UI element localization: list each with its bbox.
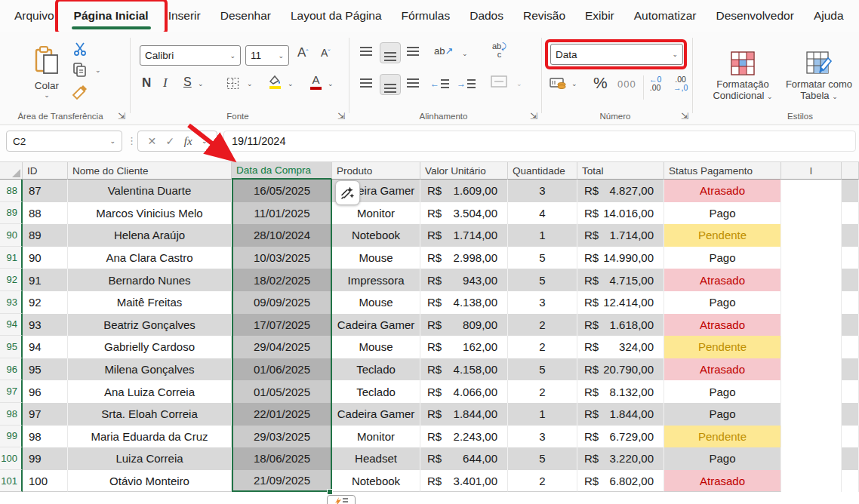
- cell-client-name[interactable]: Ana Luiza Correia: [68, 380, 232, 403]
- alignment-dialog-launcher-icon[interactable]: ⇲: [530, 111, 537, 121]
- align-left-button[interactable]: [360, 78, 372, 88]
- cell-payment-status[interactable]: Pendente: [664, 336, 781, 358]
- cell-column-i[interactable]: [781, 470, 842, 493]
- cell-payment-status[interactable]: Pago: [664, 291, 781, 314]
- cell-payment-status[interactable]: Pago: [664, 447, 781, 470]
- align-center-button[interactable]: [380, 74, 401, 95]
- ribbon-tab-desenhar[interactable]: Desenhar: [211, 2, 281, 30]
- cell-column-i[interactable]: [781, 426, 842, 448]
- cell-payment-status[interactable]: Atrasado: [664, 269, 781, 291]
- column-header-status-pagamento[interactable]: Status Pagamento: [664, 162, 781, 180]
- ribbon-tab-automatizar[interactable]: Automatizar: [624, 2, 707, 30]
- cell-client-name[interactable]: Helena Araújo: [68, 224, 232, 247]
- font-name-combobox[interactable]: Calibri⌄: [140, 45, 241, 66]
- align-right-button[interactable]: [407, 78, 419, 88]
- cell-client-name[interactable]: Milena Gonçalves: [68, 358, 232, 381]
- cell-quantity[interactable]: 2: [508, 314, 577, 337]
- cell-id[interactable]: 95: [23, 358, 68, 381]
- cell-purchase-date[interactable]: 21/09/2025: [232, 470, 332, 493]
- cell-payment-status[interactable]: Pago: [664, 202, 781, 225]
- column-header-nome-do-cliente[interactable]: Nome do Cliente: [68, 162, 232, 180]
- cell-client-name[interactable]: Maria Eduarda da Cruz: [68, 426, 232, 448]
- cell-purchase-date[interactable]: 11/01/2025: [232, 202, 332, 225]
- cell-column-i[interactable]: [781, 269, 842, 291]
- cell-column-i[interactable]: [781, 403, 842, 426]
- borders-button[interactable]: [226, 77, 239, 90]
- fill-color-dropdown-chevron[interactable]: ⌄: [288, 80, 294, 88]
- underline-button[interactable]: S: [183, 75, 192, 89]
- font-dialog-launcher-icon[interactable]: ⇲: [337, 111, 345, 121]
- cell-purchase-date[interactable]: 18/06/2025: [232, 447, 332, 470]
- cell-quantity[interactable]: 5: [508, 247, 577, 269]
- cell-client-name[interactable]: Luiza Correia: [68, 447, 232, 470]
- cell-unit-price[interactable]: R$3.504,00: [420, 202, 508, 225]
- cell-product[interactable]: Cadeira Gamer: [332, 403, 420, 426]
- percent-style-button[interactable]: %: [593, 74, 608, 92]
- cell-quantity[interactable]: 1: [508, 403, 577, 426]
- row-header[interactable]: 101: [0, 470, 23, 493]
- row-header[interactable]: 97: [0, 380, 23, 403]
- cell-id[interactable]: 99: [23, 447, 68, 470]
- cell-quantity[interactable]: 4: [508, 202, 577, 225]
- cell-purchase-date[interactable]: 29/03/2025: [232, 426, 332, 448]
- cell-column-i[interactable]: [781, 380, 842, 403]
- row-header[interactable]: 98: [0, 403, 23, 426]
- cell-column-i[interactable]: [781, 447, 842, 470]
- quick-analysis-button[interactable]: [335, 180, 360, 205]
- column-header-produto[interactable]: Produto: [332, 162, 420, 180]
- row-header[interactable]: 99: [0, 426, 23, 448]
- ribbon-tab-ajuda[interactable]: Ajuda: [804, 2, 854, 30]
- cell-purchase-date[interactable]: 28/10/2024: [232, 224, 332, 247]
- cell-quantity[interactable]: 3: [508, 291, 577, 314]
- cell-quantity[interactable]: 5: [508, 447, 577, 470]
- merge-dropdown-chevron[interactable]: ⌄: [516, 80, 522, 88]
- column-header-data-da-compra[interactable]: Data da Compra: [232, 162, 332, 180]
- ribbon-tab-arquivo[interactable]: Arquivo: [5, 2, 64, 30]
- format-as-table-button[interactable]: Formatar como Tabela ⌄: [781, 41, 857, 110]
- cell-id[interactable]: 89: [23, 224, 68, 247]
- cell-client-name[interactable]: Marcos Vinicius Melo: [68, 202, 232, 225]
- cell-quantity[interactable]: 2: [508, 470, 577, 493]
- align-middle-button[interactable]: [380, 42, 401, 63]
- cell-column-i[interactable]: [781, 358, 842, 381]
- cell-total[interactable]: R$14.016,00: [577, 202, 664, 225]
- cell-id[interactable]: 98: [23, 426, 68, 448]
- cell-quantity[interactable]: 1: [508, 224, 577, 247]
- cell-total[interactable]: R$324,00: [577, 336, 664, 358]
- column-header-id[interactable]: ID: [23, 162, 68, 180]
- italic-button[interactable]: I: [163, 75, 168, 91]
- cell-client-name[interactable]: Otávio Monteiro: [68, 470, 232, 493]
- cell-quantity[interactable]: 5: [508, 269, 577, 291]
- cell-column-i[interactable]: [781, 247, 842, 269]
- increase-decimal-button[interactable]: ←0.00: [649, 75, 661, 92]
- cell-unit-price[interactable]: R$4.138,00: [420, 291, 508, 314]
- cell-id[interactable]: 94: [23, 336, 68, 358]
- decrease-decimal-button[interactable]: .00→,0: [673, 75, 688, 92]
- enter-icon[interactable]: ✓: [166, 135, 175, 147]
- ribbon-tab-revisao[interactable]: Revisão: [513, 2, 575, 30]
- fill-color-button[interactable]: [268, 75, 282, 89]
- orientation-dropdown-chevron[interactable]: ⌄: [462, 50, 468, 57]
- cell-total[interactable]: R$8.132,00: [577, 380, 664, 403]
- conditional-formatting-button[interactable]: Formatação Condicional ⌄: [702, 41, 784, 110]
- underline-dropdown-chevron[interactable]: ⌄: [198, 80, 204, 88]
- number-dialog-launcher-icon[interactable]: ⇲: [681, 111, 688, 121]
- cell-purchase-date[interactable]: 22/01/2025: [232, 403, 332, 426]
- row-header[interactable]: 93: [0, 291, 23, 314]
- wrap-text-button[interactable]: ab⤸ c: [492, 42, 506, 59]
- cell-payment-status[interactable]: Atrasado: [664, 180, 781, 202]
- cell-column-i[interactable]: [781, 202, 842, 225]
- cell-product[interactable]: Monitor: [332, 426, 420, 448]
- cell-unit-price[interactable]: R$4.066,00: [420, 380, 508, 403]
- cell-total[interactable]: R$1.618,00: [577, 314, 664, 337]
- select-all-corner[interactable]: [0, 162, 23, 180]
- cell-id[interactable]: 92: [23, 291, 68, 314]
- row-header[interactable]: 94: [0, 314, 23, 337]
- cell-purchase-date[interactable]: 09/09/2025: [232, 291, 332, 314]
- clipboard-dialog-launcher-icon[interactable]: ⇲: [118, 111, 125, 121]
- cell-purchase-date[interactable]: 18/02/2025: [232, 269, 332, 291]
- cell-product[interactable]: Notebook: [332, 470, 420, 493]
- cell-product[interactable]: Headset: [332, 447, 420, 470]
- increase-font-size-button[interactable]: Aˆ: [297, 45, 309, 60]
- cell-product[interactable]: Teclado: [332, 358, 420, 381]
